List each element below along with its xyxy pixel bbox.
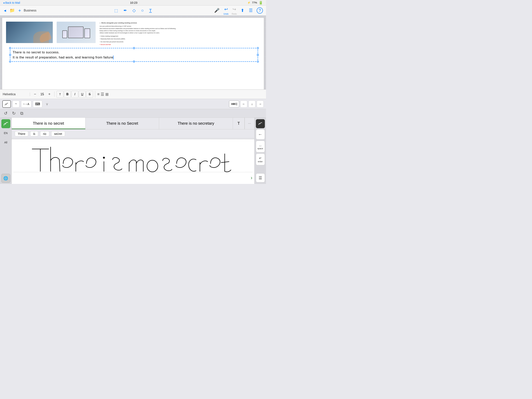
font-size-control: − 15 + <box>30 91 55 97</box>
undo-action-button[interactable]: ↺ <box>3 110 8 117</box>
keyboard-icon: ⌨ <box>35 102 40 106</box>
word-bubble-3[interactable]: ^ secret <box>51 131 65 136</box>
right-menu-button[interactable]: ☰ <box>256 174 265 182</box>
handle-bc[interactable] <box>133 61 135 63</box>
undo-label: Undo <box>223 13 228 15</box>
notebook-title: Business <box>24 9 36 12</box>
word-bubble-0[interactable]: ^ There <box>15 131 28 136</box>
green-arrow-button[interactable]: › <box>251 175 252 181</box>
text-line-1: There is no secret to success. <box>13 50 255 55</box>
document-content: − Works alongside your existing meeting … <box>2 18 264 90</box>
list-button[interactable]: ☰ <box>101 92 104 97</box>
text-tool[interactable]: T <box>148 7 152 14</box>
backspace-icon: ← <box>258 132 262 137</box>
hw-mode-active[interactable] <box>2 100 11 108</box>
handle-mr[interactable] <box>257 54 259 56</box>
hw-toggle-button[interactable] <box>256 119 265 128</box>
enter-button[interactable]: ↵ enter <box>256 154 265 165</box>
right-arrow-button[interactable]: → <box>257 101 264 108</box>
suggestion-item-3[interactable]: T <box>233 118 245 129</box>
bubble-caret-3: ^ <box>58 132 58 134</box>
hw-curve-button[interactable]: ~ <box>13 101 19 108</box>
clock: 10:23 <box>130 1 138 4</box>
lasso-tool[interactable]: ○ <box>140 7 145 14</box>
hw-icon <box>5 102 9 106</box>
globe-button[interactable]: 🌐 <box>1 174 10 183</box>
abc-button[interactable]: ABC <box>229 101 239 108</box>
svg-point-1 <box>147 160 158 172</box>
back-to-mail[interactable]: ◂ Back to Mail <box>3 1 20 4</box>
font-name[interactable]: Helvetica <box>3 93 30 96</box>
backspace-button[interactable]: ← <box>256 129 265 140</box>
convert-icon: ~→A <box>23 103 29 106</box>
italic-button[interactable]: I <box>71 91 78 98</box>
font-size-value: 15 <box>39 93 45 96</box>
suggestion-item-0[interactable]: There is no secret <box>12 118 85 129</box>
suggestion-text-3: T <box>237 121 240 126</box>
font-size-minus[interactable]: − <box>33 91 37 97</box>
space-button[interactable]: ⎵ space <box>256 141 265 152</box>
handle-tc[interactable] <box>133 47 135 49</box>
bubble-caret-1: ^ <box>34 132 34 134</box>
hw-convert-button[interactable]: ~→A <box>21 101 32 108</box>
svg-point-0 <box>103 157 105 159</box>
left-sidebar: EN All 🌐 <box>0 118 12 184</box>
handle-tl[interactable] <box>9 47 11 49</box>
handle-ml[interactable] <box>9 54 11 56</box>
select-tool[interactable]: ⬚ <box>114 7 119 14</box>
selected-text-box[interactable]: There is no secret to success. It is the… <box>10 48 258 62</box>
redo-button[interactable]: ↪ <box>232 6 237 13</box>
strikethrough-button[interactable]: S <box>86 91 93 98</box>
space-icon: ⎵ <box>259 143 261 147</box>
left-arrow-button[interactable]: ← <box>240 101 247 108</box>
handwriting-canvas[interactable]: › <box>12 139 254 184</box>
tablet-hand-image <box>6 22 53 43</box>
format-toolbar: Helvetica − 15 + T B I U S ≡ ☰ ⊞ <box>0 90 266 99</box>
word-bubbles-row: ^ There ^ is ^ no ^ secret <box>12 129 254 138</box>
eraser-tool[interactable]: ◇ <box>132 7 137 14</box>
edit-actions-bar: ↺ ↻ ⧉ <box>0 109 266 118</box>
suggestion-more[interactable]: ··· <box>245 118 254 129</box>
add-button[interactable]: + <box>18 7 22 14</box>
abc-cursor <box>237 103 237 105</box>
right-menu-icon: ☰ <box>259 175 262 180</box>
text-style-button[interactable]: T <box>57 91 63 98</box>
microphone-button[interactable]: 🎤 <box>213 7 220 14</box>
text-line-2: It is the result of preparation, had wor… <box>13 55 255 60</box>
suggestion-item-2[interactable]: There is no secretary <box>159 118 233 129</box>
folder-button[interactable]: 📁 <box>9 7 16 14</box>
share-button[interactable]: ⬆ <box>240 7 245 14</box>
down-arrow-button[interactable]: ↓ <box>248 101 255 108</box>
help-button[interactable]: ? <box>257 7 263 14</box>
handle-tr[interactable] <box>257 47 259 49</box>
copy-action-button[interactable]: ⧉ <box>19 110 24 117</box>
word-bubble-2[interactable]: ^ no <box>40 131 49 136</box>
redo-group: ↪ Redo <box>232 6 237 15</box>
hw-logo-button[interactable] <box>1 119 10 128</box>
hw-keyboard-button[interactable]: ⌨ <box>33 101 42 108</box>
redo-action-button[interactable]: ↻ <box>11 110 16 117</box>
image-section: − Works alongside your existing meeting … <box>6 22 260 45</box>
globe-icon: 🌐 <box>3 176 8 180</box>
undo-button[interactable]: ↩ <box>223 6 229 13</box>
handwriting-toolbar: ~ ~→A ⌨ ∨ ABC ← ↓ → <box>0 99 266 109</box>
handle-bl[interactable] <box>9 61 11 63</box>
suggestion-text-0: There is no secret <box>33 121 64 126</box>
status-icons: ⚡ 77% 🔋 <box>247 0 263 5</box>
handle-br[interactable] <box>257 61 259 63</box>
word-bubble-1[interactable]: ^ is <box>30 131 38 136</box>
indent-button[interactable]: ⊞ <box>105 92 109 97</box>
suggestion-text-2: There is no secretary <box>177 121 214 126</box>
back-button[interactable]: ◂ <box>3 7 7 14</box>
en-button[interactable]: EN <box>1 129 10 138</box>
suggestion-item-1[interactable]: There is no Secret <box>85 118 159 129</box>
dropdown-chevron[interactable]: ∨ <box>46 102 48 106</box>
bold-button[interactable]: B <box>64 91 71 98</box>
font-size-plus[interactable]: + <box>47 91 52 97</box>
pen-tool[interactable]: ✒ <box>123 7 128 14</box>
all-button[interactable]: All <box>1 138 10 147</box>
redo-label: Redo <box>232 13 237 15</box>
menu-button[interactable]: ☰ <box>248 7 253 14</box>
align-justify-button[interactable]: ≡ <box>97 92 100 97</box>
underline-button[interactable]: U <box>79 91 86 98</box>
